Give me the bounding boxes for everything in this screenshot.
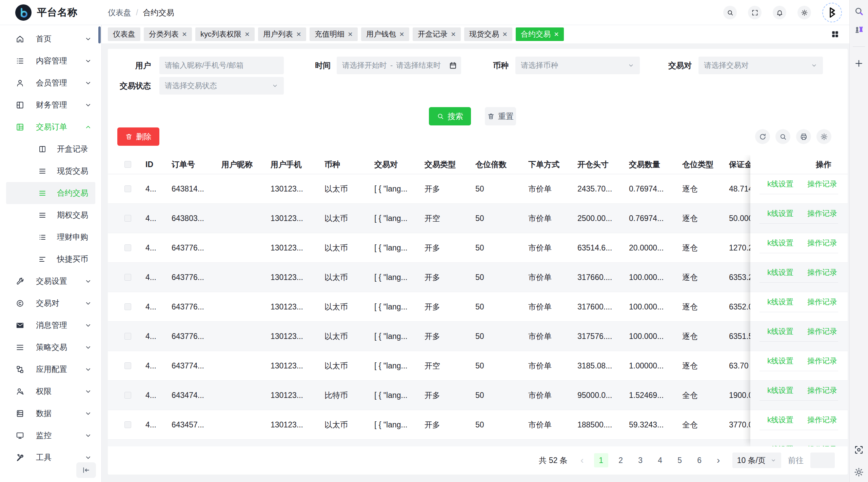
tab-现货交易[interactable]: 现货交易× [464, 27, 512, 41]
pagination-next-button[interactable]: › [713, 455, 724, 466]
sidebar-item-数据[interactable]: 数据 [0, 402, 101, 424]
tab-分类列表[interactable]: 分类列表× [144, 27, 192, 41]
user-input[interactable]: 请输入昵称/手机号/邮箱 [159, 57, 284, 74]
action-link-操作记录[interactable]: 操作记录 [800, 179, 837, 189]
page-button-2[interactable]: 2 [614, 453, 628, 467]
page-button-1[interactable]: 1 [594, 453, 608, 467]
action-link-操作记录[interactable]: 操作记录 [800, 356, 837, 366]
search-button[interactable]: 搜索 [429, 107, 471, 125]
tab-close-icon[interactable]: × [554, 30, 559, 38]
page-size-select[interactable]: 10 条/页 [732, 453, 781, 468]
action-link-操作记录[interactable]: 操作记录 [800, 444, 837, 446]
tab-kyc列表权限[interactable]: kyc列表权限× [195, 27, 255, 41]
screenshot-icon[interactable] [854, 445, 864, 455]
header-search-button[interactable] [723, 6, 737, 19]
action-link-操作记录[interactable]: 操作记录 [800, 415, 837, 425]
page-button-5[interactable]: 5 [673, 453, 687, 467]
action-link-操作记录[interactable]: 操作记录 [800, 385, 837, 396]
tab-close-icon[interactable]: × [182, 30, 187, 38]
table-zoom-button[interactable] [775, 129, 790, 144]
sidebar-item-财务管理[interactable]: 财务管理 [0, 94, 101, 116]
page-button-3[interactable]: 3 [633, 453, 648, 467]
action-link-k线设置[interactable]: k线设置 [760, 415, 793, 425]
extension-search-icon[interactable] [854, 6, 864, 16]
action-link-k线设置[interactable]: k线设置 [760, 444, 793, 446]
tab-仪表盘[interactable]: 仪表盘 [108, 27, 140, 41]
sidebar-collapse-button[interactable] [76, 462, 96, 478]
action-link-k线设置[interactable]: k线设置 [760, 356, 793, 366]
sidebar-item-消息管理[interactable]: 消息管理 [0, 314, 101, 336]
tab-用户列表[interactable]: 用户列表× [258, 27, 306, 41]
sidebar-item-首页[interactable]: 首页 [0, 28, 101, 50]
sidebar-item-应用配置[interactable]: 应用配置 [0, 358, 101, 380]
page-button-4[interactable]: 4 [653, 453, 667, 467]
tab-close-icon[interactable]: × [451, 30, 456, 38]
sidebar-item-策略交易[interactable]: 策略交易 [0, 336, 101, 358]
sidebar-item-开盒记录[interactable]: 开盒记录 [6, 138, 95, 160]
reset-button[interactable]: 重置 [485, 107, 516, 125]
tab-close-icon[interactable]: × [399, 30, 404, 38]
sidebar-item-交易对[interactable]: 交易对 [0, 292, 101, 314]
row-checkbox[interactable] [124, 215, 131, 222]
sidebar-item-快捷买币[interactable]: 快捷买币 [6, 248, 95, 270]
user-avatar[interactable] [822, 3, 842, 22]
action-link-k线设置[interactable]: k线设置 [760, 297, 793, 307]
tab-合约交易[interactable]: 合约交易× [516, 27, 564, 41]
chess-icon[interactable] [854, 24, 864, 35]
pair-select[interactable]: 请选择交易对 [698, 57, 823, 74]
sidebar-item-现货交易[interactable]: 现货交易 [6, 160, 95, 182]
table-print-button[interactable] [796, 129, 811, 144]
action-link-k线设置[interactable]: k线设置 [760, 326, 793, 337]
sidebar-item-交易订单[interactable]: 交易订单 [0, 116, 101, 138]
coin-select[interactable]: 请选择币种 [515, 57, 640, 74]
breadcrumb-item[interactable]: 仪表盘 [108, 7, 131, 18]
row-checkbox[interactable] [124, 244, 131, 251]
action-link-操作记录[interactable]: 操作记录 [800, 238, 837, 248]
tab-close-icon[interactable]: × [348, 30, 353, 38]
tab-开盒记录[interactable]: 开盒记录× [413, 27, 461, 41]
tab-充值明细[interactable]: 充值明细× [310, 27, 358, 41]
sidebar-item-会员管理[interactable]: 会员管理 [0, 72, 101, 94]
app-logo[interactable]: 平台名称 [15, 4, 78, 21]
action-link-k线设置[interactable]: k线设置 [760, 385, 793, 396]
apps-grid-icon[interactable] [831, 30, 840, 39]
action-link-操作记录[interactable]: 操作记录 [800, 208, 837, 219]
pagination-prev-button[interactable]: ‹ [577, 455, 587, 466]
tab-close-icon[interactable]: × [296, 30, 301, 38]
row-checkbox[interactable] [124, 392, 131, 399]
row-checkbox[interactable] [124, 362, 131, 369]
row-checkbox[interactable] [124, 421, 131, 428]
sidebar-item-权限[interactable]: 权限 [0, 380, 101, 402]
page-button-6[interactable]: 6 [692, 453, 707, 467]
sidebar-item-合约交易[interactable]: 合约交易 [6, 182, 95, 204]
action-link-操作记录[interactable]: 操作记录 [800, 297, 837, 307]
status-select[interactable]: 请选择交易状态 [159, 77, 284, 95]
strip-gear-icon[interactable] [854, 467, 864, 477]
tab-用户钱包[interactable]: 用户钱包× [361, 27, 409, 41]
action-link-k线设置[interactable]: k线设置 [760, 267, 793, 278]
sidebar-item-交易设置[interactable]: 交易设置 [0, 270, 101, 292]
sidebar-scrollbar[interactable] [98, 26, 101, 43]
action-link-操作记录[interactable]: 操作记录 [800, 267, 837, 278]
time-range-picker[interactable]: 请选择开始时 - 请选择结束时 [337, 57, 461, 74]
action-link-操作记录[interactable]: 操作记录 [800, 326, 837, 337]
sidebar-item-内容管理[interactable]: 内容管理 [0, 50, 101, 72]
select-all-checkbox[interactable] [124, 161, 131, 168]
goto-page-input[interactable] [810, 453, 835, 468]
action-link-k线设置[interactable]: k线设置 [760, 208, 793, 219]
row-checkbox[interactable] [124, 185, 131, 192]
sidebar-item-监控[interactable]: 监控 [0, 424, 101, 446]
row-checkbox[interactable] [124, 333, 131, 340]
sidebar-item-期权交易[interactable]: 期权交易 [6, 204, 95, 226]
table-refresh-button[interactable] [755, 129, 770, 144]
row-checkbox[interactable] [124, 303, 131, 310]
settings-button[interactable] [797, 6, 811, 19]
action-link-k线设置[interactable]: k线设置 [760, 179, 793, 189]
tab-close-icon[interactable]: × [245, 30, 250, 38]
table-settings-button[interactable] [816, 129, 831, 144]
sidebar-item-理财申购[interactable]: 理财申购 [6, 226, 95, 248]
action-link-k线设置[interactable]: k线设置 [760, 238, 793, 248]
row-checkbox[interactable] [124, 274, 131, 281]
fullscreen-button[interactable] [748, 6, 762, 19]
notifications-button[interactable] [773, 6, 786, 19]
